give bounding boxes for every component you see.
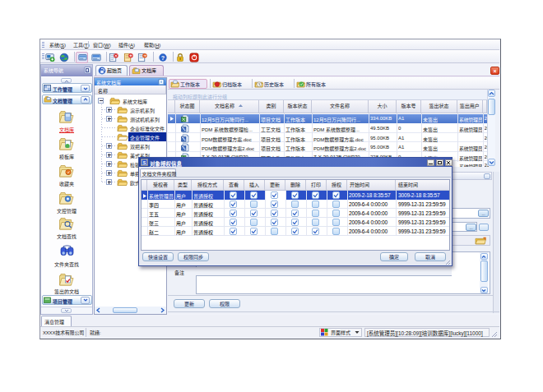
svg-text:S: S (143, 160, 146, 165)
svg-text:?: ? (161, 54, 165, 62)
